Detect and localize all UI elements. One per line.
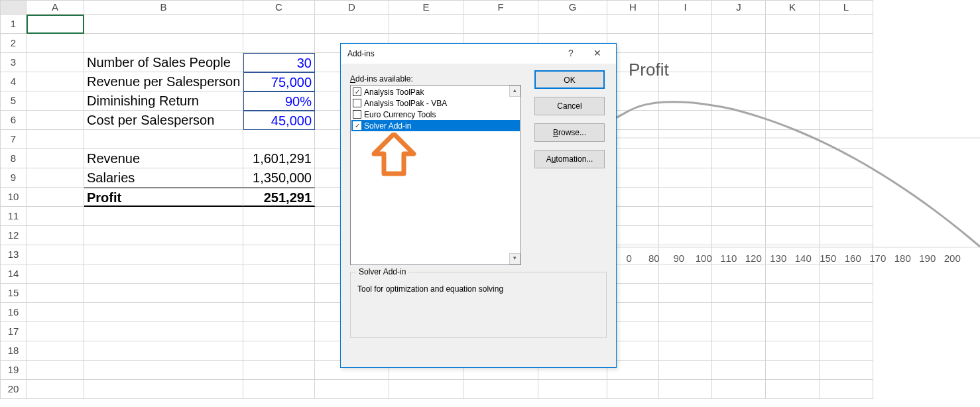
cell-C19[interactable] — [243, 361, 315, 380]
cell-C7[interactable] — [243, 130, 315, 149]
cell-C11[interactable] — [243, 207, 315, 226]
checkbox-icon[interactable] — [353, 110, 361, 119]
cell-C8[interactable]: 1,601,291 — [243, 149, 315, 168]
cell-A3[interactable] — [27, 53, 84, 72]
cell-A13[interactable] — [27, 245, 84, 264]
chart-profit[interactable]: Profit 080901001101201301401501601701801… — [617, 60, 980, 318]
cell-I19[interactable] — [659, 361, 712, 380]
col-header-L[interactable]: L — [820, 0, 873, 15]
cell-J2[interactable] — [712, 34, 766, 53]
cell-C1[interactable] — [243, 15, 315, 34]
cell-C2[interactable] — [243, 34, 315, 53]
cell-J17[interactable] — [712, 322, 766, 341]
cell-C12[interactable] — [243, 226, 315, 245]
col-header-I[interactable]: I — [659, 0, 712, 15]
cell-J20[interactable] — [712, 380, 766, 399]
ok-button[interactable]: OK — [534, 70, 605, 89]
col-header-G[interactable]: G — [538, 0, 607, 15]
cell-A18[interactable] — [27, 341, 84, 361]
cell-I2[interactable] — [659, 34, 712, 53]
col-header-E[interactable]: E — [389, 0, 463, 15]
cell-H1[interactable] — [607, 15, 659, 34]
cell-K17[interactable] — [766, 322, 820, 341]
cell-B13[interactable] — [84, 245, 243, 264]
addin-item-solver-add-in[interactable]: ✓Solver Add-in — [351, 120, 520, 131]
cell-K18[interactable] — [766, 341, 820, 361]
cell-B16[interactable] — [84, 303, 243, 322]
row-header-1[interactable]: 1 — [0, 15, 27, 34]
cell-C9[interactable]: 1,350,000 — [243, 168, 315, 188]
cell-G20[interactable] — [538, 380, 607, 399]
cell-A14[interactable] — [27, 264, 84, 284]
cell-L19[interactable] — [820, 361, 873, 380]
help-button[interactable]: ? — [558, 46, 584, 61]
cell-B1[interactable] — [84, 15, 243, 34]
cell-I18[interactable] — [659, 341, 712, 361]
cancel-button[interactable]: Cancel — [534, 97, 605, 115]
row-header-12[interactable]: 12 — [0, 226, 27, 245]
row-header-18[interactable]: 18 — [0, 341, 27, 361]
cell-C18[interactable] — [243, 341, 315, 361]
cell-I1[interactable] — [659, 15, 712, 34]
cell-A1[interactable] — [27, 15, 84, 34]
cell-K2[interactable] — [766, 34, 820, 53]
row-header-13[interactable]: 13 — [0, 245, 27, 264]
cell-I17[interactable] — [659, 322, 712, 341]
row-header-20[interactable]: 20 — [0, 380, 27, 399]
cell-K19[interactable] — [766, 361, 820, 380]
cell-A2[interactable] — [27, 34, 84, 53]
cell-B11[interactable] — [84, 207, 243, 226]
cell-B7[interactable] — [84, 130, 243, 149]
cell-J18[interactable] — [712, 341, 766, 361]
col-header-D[interactable]: D — [315, 0, 389, 15]
cell-B2[interactable] — [84, 34, 243, 53]
cell-E1[interactable] — [389, 15, 463, 34]
addin-item-analysis-toolpak[interactable]: ✓Analysis ToolPak — [351, 86, 520, 97]
cell-B10[interactable]: Profit — [84, 188, 243, 207]
cell-A5[interactable] — [27, 91, 84, 111]
row-header-2[interactable]: 2 — [0, 34, 27, 53]
cell-A15[interactable] — [27, 284, 84, 303]
cell-C13[interactable] — [243, 245, 315, 264]
row-header-15[interactable]: 15 — [0, 284, 27, 303]
col-header-J[interactable]: J — [712, 0, 766, 15]
cell-I20[interactable] — [659, 380, 712, 399]
row-header-16[interactable]: 16 — [0, 303, 27, 322]
cell-A6[interactable] — [27, 111, 84, 130]
cell-C16[interactable] — [243, 303, 315, 322]
cell-E20[interactable] — [389, 380, 463, 399]
col-header-F[interactable]: F — [463, 0, 538, 15]
cell-C10[interactable]: 251,291 — [243, 188, 315, 207]
checkbox-icon[interactable] — [353, 99, 361, 107]
cell-A9[interactable] — [27, 168, 84, 188]
row-header-6[interactable]: 6 — [0, 111, 27, 130]
cell-A7[interactable] — [27, 130, 84, 149]
cell-F1[interactable] — [463, 15, 538, 34]
cell-A12[interactable] — [27, 226, 84, 245]
scroll-down-button[interactable]: ▾ — [509, 253, 521, 264]
cell-L1[interactable] — [820, 15, 873, 34]
cell-B17[interactable] — [84, 322, 243, 341]
cell-J1[interactable] — [712, 15, 766, 34]
cell-F20[interactable] — [463, 380, 538, 399]
close-button[interactable]: ✕ — [584, 46, 611, 61]
cell-B19[interactable] — [84, 361, 243, 380]
cell-B14[interactable] — [84, 264, 243, 284]
cell-C20[interactable] — [243, 380, 315, 399]
row-header-7[interactable]: 7 — [0, 130, 27, 149]
cell-B15[interactable] — [84, 284, 243, 303]
cell-G1[interactable] — [538, 15, 607, 34]
checkbox-icon[interactable]: ✓ — [353, 87, 361, 96]
cell-D1[interactable] — [315, 15, 389, 34]
cell-K20[interactable] — [766, 380, 820, 399]
cell-B18[interactable] — [84, 341, 243, 361]
row-header-10[interactable]: 10 — [0, 188, 27, 207]
cell-B9[interactable]: Salaries — [84, 168, 243, 188]
row-header-17[interactable]: 17 — [0, 322, 27, 341]
automation-button[interactable]: Automation... — [534, 150, 605, 168]
col-header-H[interactable]: H — [607, 0, 659, 15]
cell-A16[interactable] — [27, 303, 84, 322]
cell-J19[interactable] — [712, 361, 766, 380]
addins-listbox[interactable]: ✓Analysis ToolPakAnalysis ToolPak - VBAE… — [350, 85, 521, 265]
cell-B3[interactable]: Number of Sales People — [84, 53, 243, 72]
